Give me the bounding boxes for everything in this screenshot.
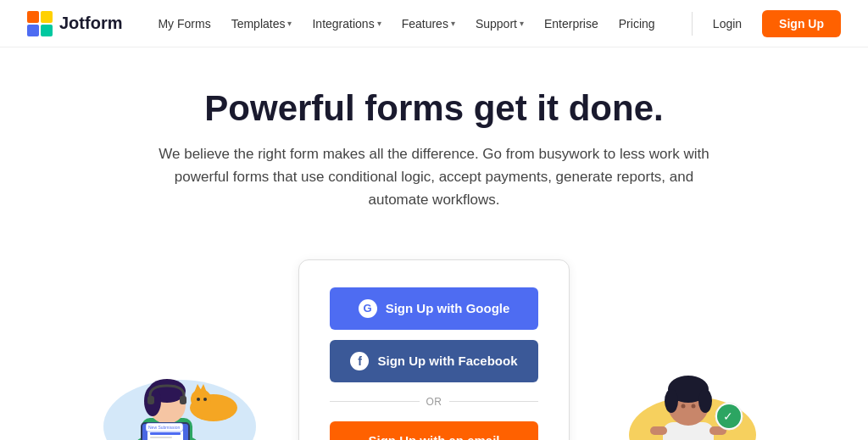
or-divider: OR xyxy=(330,396,538,408)
main-content: New Submission G Sign Up with Google f S… xyxy=(0,259,868,440)
or-line-right xyxy=(449,401,539,402)
signup-card: G Sign Up with Google f Sign Up with Fac… xyxy=(298,259,570,440)
nav-pricing[interactable]: Pricing xyxy=(610,12,664,36)
svg-rect-22 xyxy=(150,437,172,438)
svg-rect-3 xyxy=(41,25,53,36)
nav-links: My Forms Templates ▾ Integrations ▾ Feat… xyxy=(149,12,684,36)
nav-features[interactable]: Features ▾ xyxy=(393,12,464,36)
svg-point-34 xyxy=(682,404,686,409)
google-icon: G xyxy=(359,299,377,318)
nav-integrations[interactable]: Integrations ▾ xyxy=(303,12,389,36)
hero-title: Powerful forms get it done. xyxy=(17,88,851,129)
login-button[interactable]: Login xyxy=(699,11,755,36)
nav-templates[interactable]: Templates ▾ xyxy=(223,12,301,36)
jotform-logo-icon xyxy=(27,11,53,36)
nav-enterprise[interactable]: Enterprise xyxy=(536,12,607,36)
svg-rect-28 xyxy=(650,426,667,435)
nav-divider xyxy=(692,12,693,36)
nav-my-forms[interactable]: My Forms xyxy=(149,12,219,36)
svg-point-35 xyxy=(692,404,696,409)
right-illustration-svg: ✓ xyxy=(604,291,773,440)
svg-point-17 xyxy=(203,398,207,401)
signup-facebook-button[interactable]: f Sign Up with Facebook xyxy=(330,340,538,382)
integrations-chevron-icon: ▾ xyxy=(377,19,381,28)
nav-support[interactable]: Support ▾ xyxy=(467,12,532,36)
or-line-left xyxy=(330,401,420,402)
svg-text:✓: ✓ xyxy=(723,409,733,423)
signup-nav-button[interactable]: Sign Up xyxy=(762,10,841,37)
brand-name: Jotform xyxy=(59,14,122,33)
svg-rect-11 xyxy=(180,396,186,404)
svg-rect-2 xyxy=(27,25,39,36)
facebook-icon: f xyxy=(350,352,369,370)
illustration-right: ✓ xyxy=(604,291,773,440)
svg-rect-21 xyxy=(150,432,181,435)
svg-rect-1 xyxy=(41,11,53,23)
left-illustration-svg: New Submission xyxy=(95,291,264,440)
svg-point-16 xyxy=(197,398,200,401)
svg-rect-0 xyxy=(27,11,39,23)
hero-section: Powerful forms get it done. We believe t… xyxy=(0,47,868,259)
navbar: Jotform My Forms Templates ▾ Integration… xyxy=(0,0,868,47)
signup-email-button[interactable]: Sign Up with an email xyxy=(330,421,538,440)
hero-subtitle: We believe the right form makes all the … xyxy=(146,142,722,212)
features-chevron-icon: ▾ xyxy=(451,19,455,28)
svg-point-33 xyxy=(698,389,712,413)
templates-chevron-icon: ▾ xyxy=(287,19,292,28)
signup-google-button[interactable]: G Sign Up with Google xyxy=(330,287,538,330)
svg-rect-10 xyxy=(147,396,154,404)
support-chevron-icon: ▾ xyxy=(520,19,524,28)
or-text: OR xyxy=(426,396,442,408)
nav-right: Login Sign Up xyxy=(699,10,841,37)
svg-point-32 xyxy=(665,389,678,413)
logo[interactable]: Jotform xyxy=(27,11,122,36)
svg-text:New Submission: New Submission xyxy=(148,425,180,430)
illustration-left: New Submission xyxy=(95,291,264,440)
